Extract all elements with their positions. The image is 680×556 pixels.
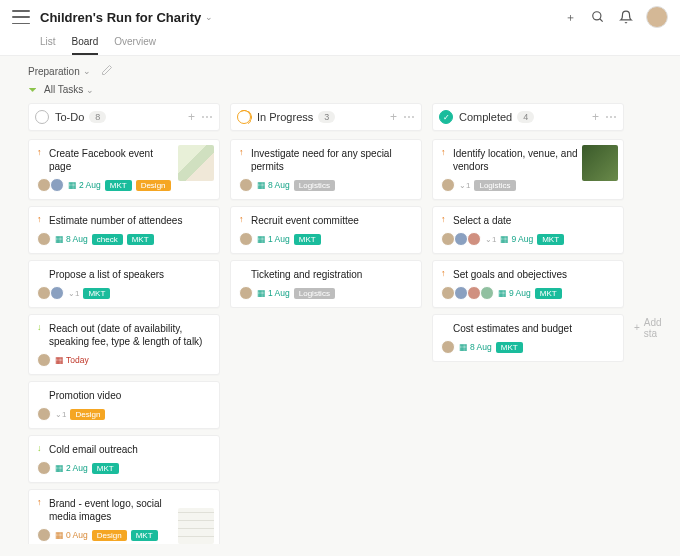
assignee-avatar — [37, 232, 51, 246]
tab-board[interactable]: Board — [72, 32, 99, 55]
tag-mkt: MKT — [131, 530, 158, 541]
card-thumbnail — [178, 145, 214, 181]
due-date: ▦9 Aug — [500, 234, 533, 244]
task-card[interactable]: ↓Reach out (date of availability, speaki… — [28, 314, 220, 375]
calendar-icon: ▦ — [257, 180, 266, 190]
column: To-Do8+⋯↑Create Facebook event page▦2 Au… — [28, 103, 220, 544]
add-card-icon[interactable]: + — [390, 110, 397, 124]
menu-icon[interactable] — [12, 10, 30, 24]
user-avatar[interactable] — [646, 6, 668, 28]
subtask-count: ⌄1 — [485, 235, 496, 244]
plus-icon[interactable]: ＋ — [562, 9, 578, 25]
task-card[interactable]: Promotion video⌄1Design — [28, 381, 220, 429]
chevron-down-icon: ⌄ — [205, 12, 213, 22]
task-card[interactable]: ↑Recruit event committee▦1 AugMKT — [230, 206, 422, 254]
task-card[interactable]: ↑Estimate number of attendees▦8 Augcheck… — [28, 206, 220, 254]
column-header: To-Do8+⋯ — [28, 103, 220, 131]
status-done-icon: ✓ — [439, 110, 453, 124]
tag-mkt: MKT — [294, 234, 321, 245]
card-title: Reach out (date of availability, speakin… — [49, 322, 211, 348]
due-date: ▦1 Aug — [257, 288, 290, 298]
calendar-icon: ▦ — [68, 180, 77, 190]
priority-up-icon: ↑ — [37, 147, 45, 173]
priority-up-icon: ↑ — [37, 214, 45, 227]
assignee-avatar — [454, 286, 468, 300]
more-icon[interactable]: ⋯ — [201, 110, 213, 124]
card-title: Set goals and obejectives — [453, 268, 567, 281]
assignee-avatar — [37, 528, 51, 542]
task-card[interactable]: ↑Select a date⌄1▦9 AugMKT — [432, 206, 624, 254]
tab-overview[interactable]: Overview — [114, 32, 156, 55]
task-card[interactable]: Propose a list of speakers⌄1MKT — [28, 260, 220, 308]
tag-mkt: MKT — [496, 342, 523, 353]
calendar-icon: ▦ — [55, 463, 64, 473]
calendar-icon: ▦ — [55, 355, 64, 365]
tag-logistics: Logistics — [294, 180, 335, 191]
task-card[interactable]: ↑Create Facebook event page▦2 AugMKTDesi… — [28, 139, 220, 200]
svg-point-0 — [593, 12, 601, 20]
priority-up-icon: ↑ — [441, 268, 449, 281]
more-icon[interactable]: ⋯ — [403, 110, 415, 124]
filter-selector[interactable]: ⏷ All Tasks ⌄ — [28, 84, 668, 95]
priority-up-icon: ↑ — [37, 497, 45, 523]
calendar-icon: ▦ — [500, 234, 509, 244]
funnel-icon: ⏷ — [28, 84, 38, 95]
task-card[interactable]: ↑Investigate need for any special permit… — [230, 139, 422, 200]
tab-list[interactable]: List — [40, 32, 56, 55]
due-date: ▦2 Aug — [68, 180, 101, 190]
task-card[interactable]: ↑Set goals and obejectives▦9 AugMKT — [432, 260, 624, 308]
group-selector[interactable]: Preparation ⌄ — [28, 66, 91, 77]
column-title: In Progress — [257, 111, 313, 123]
tag-mkt: MKT — [105, 180, 132, 191]
pencil-icon[interactable] — [101, 64, 113, 78]
tag-design: Design — [136, 180, 171, 191]
tag-mkt: MKT — [92, 463, 119, 474]
tag-design: Design — [70, 409, 105, 420]
due-date: ▦1 Aug — [257, 234, 290, 244]
due-date: ▦0 Aug — [55, 530, 88, 540]
card-title: Promotion video — [49, 389, 121, 402]
due-date: ▦9 Aug — [498, 288, 531, 298]
due-date: ▦8 Aug — [459, 342, 492, 352]
subtask-count: ⌄1 — [55, 410, 66, 419]
tag-check: check — [92, 234, 123, 245]
svg-line-1 — [600, 19, 603, 22]
column-header: ✓Completed4+⋯ — [432, 103, 624, 131]
priority-none — [37, 268, 45, 281]
assignee-avatar — [239, 178, 253, 192]
search-icon[interactable] — [590, 9, 606, 25]
task-card[interactable]: Cost estimates and budget▦8 AugMKT — [432, 314, 624, 362]
chevron-down-icon: ⌄ — [83, 66, 91, 76]
project-title[interactable]: Children's Run for Charity ⌄ — [40, 10, 213, 25]
due-date: ▦2 Aug — [55, 463, 88, 473]
tag-mkt: MKT — [83, 288, 110, 299]
add-stage-button[interactable]: +Add sta — [634, 103, 668, 544]
assignee-avatar — [467, 286, 481, 300]
assignee-avatar — [441, 286, 455, 300]
due-date: ▦8 Aug — [257, 180, 290, 190]
column-title: To-Do — [55, 111, 84, 123]
add-card-icon[interactable]: + — [188, 110, 195, 124]
task-card[interactable]: Ticketing and registration▦1 AugLogistic… — [230, 260, 422, 308]
tag-design: Design — [92, 530, 127, 541]
task-card[interactable]: ↑Brand - event logo, social media images… — [28, 489, 220, 544]
more-icon[interactable]: ⋯ — [605, 110, 617, 124]
task-card[interactable]: ↑Identify location, venue, and vendors⌄1… — [432, 139, 624, 200]
card-title: Create Facebook event page — [49, 147, 175, 173]
project-title-text: Children's Run for Charity — [40, 10, 201, 25]
calendar-icon: ▦ — [257, 288, 266, 298]
calendar-icon: ▦ — [55, 234, 64, 244]
assignee-avatar — [37, 178, 51, 192]
column-count: 3 — [318, 111, 335, 123]
task-card[interactable]: ↓Cold email outreach▦2 AugMKT — [28, 435, 220, 483]
assignee-avatar — [50, 286, 64, 300]
card-thumbnail — [582, 145, 618, 181]
subtask-count: ⌄1 — [68, 289, 79, 298]
card-title: Cold email outreach — [49, 443, 138, 456]
priority-down-icon: ↓ — [37, 443, 45, 456]
assignee-avatar — [467, 232, 481, 246]
assignee-avatar — [37, 353, 51, 367]
add-card-icon[interactable]: + — [592, 110, 599, 124]
card-title: Investigate need for any special permits — [251, 147, 413, 173]
bell-icon[interactable] — [618, 9, 634, 25]
